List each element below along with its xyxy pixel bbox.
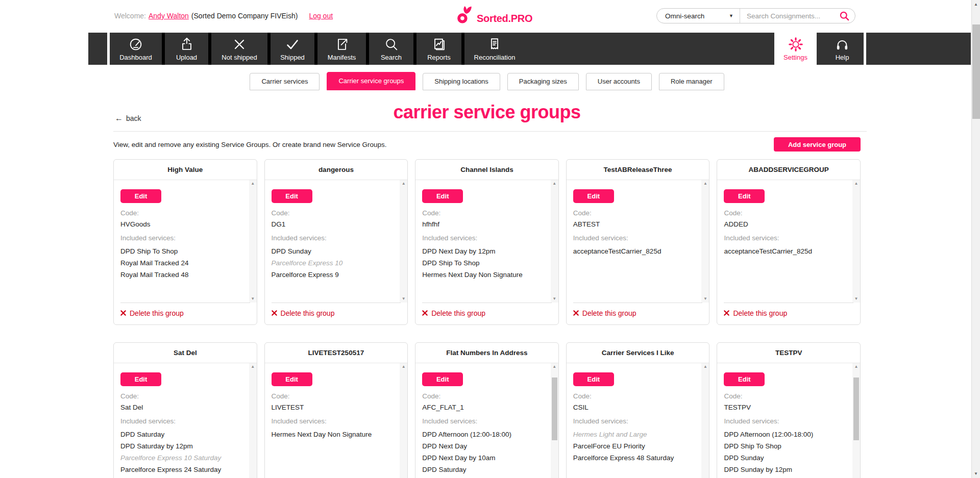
card-scrollbar[interactable]: ▲▼ — [852, 180, 860, 303]
edit-button[interactable]: Edit — [120, 189, 161, 203]
edit-button[interactable]: Edit — [272, 372, 312, 386]
edit-button[interactable]: Edit — [573, 372, 614, 386]
scrollbar-track[interactable] — [400, 370, 407, 478]
card-scrollbar[interactable]: ▲▼ — [400, 363, 407, 478]
included-services-label: Included services: — [573, 417, 699, 425]
omni-search-bar: Omni-search ▼ — [656, 8, 855, 23]
nav-item-shipped[interactable]: Shipped — [271, 33, 314, 65]
scrollbar-up-icon[interactable]: ▲ — [400, 364, 407, 369]
nav-item-search[interactable]: Search — [369, 33, 413, 65]
scrollbar-up-icon[interactable]: ▲ — [249, 181, 257, 186]
card-scrollbar[interactable]: ▲▼ — [249, 180, 257, 303]
nav-item-label: Not shipped — [222, 54, 257, 61]
scrollbar-down-icon[interactable]: ▼ — [551, 296, 558, 301]
group-card-footer: Delete this group — [717, 303, 860, 324]
edit-button[interactable]: Edit — [120, 372, 161, 386]
reports-icon — [431, 36, 447, 53]
edit-button[interactable]: Edit — [422, 372, 463, 386]
page-scrollbar[interactable]: ▲ ▼ — [971, 0, 980, 478]
tab-packaging-sizes[interactable]: Packaging sizes — [507, 73, 579, 90]
service-item: DPD Saturday by 12pm — [120, 440, 246, 452]
tab-carrier-services[interactable]: Carrier services — [250, 73, 320, 90]
scrollbar-down-icon[interactable]: ▼ — [249, 296, 257, 301]
nav-item-reports[interactable]: Reports — [416, 33, 461, 65]
group-card-body: EditCode:HVGoodsIncluded services:DPD Sh… — [114, 180, 249, 303]
search-input[interactable] — [740, 12, 840, 20]
scrollbar-up-icon[interactable]: ▲ — [551, 364, 558, 369]
scrollbar-up-icon[interactable]: ▲ — [972, 2, 980, 7]
edit-button[interactable]: Edit — [724, 189, 765, 203]
edit-button[interactable]: Edit — [573, 189, 614, 203]
group-card-main: EditCode:ADDEDIncluded services:acceptan… — [717, 180, 860, 303]
scrollbar-track[interactable] — [701, 370, 709, 478]
scrollbar-track[interactable] — [852, 370, 860, 478]
scrollbar-thumb[interactable] — [853, 378, 859, 440]
scrollbar-up-icon[interactable]: ▲ — [551, 181, 558, 186]
service-group-card: Sat DelEditCode:Sat DelIncluded services… — [113, 342, 257, 478]
scrollbar-track[interactable] — [551, 187, 558, 295]
nav-right-segment — [866, 33, 971, 65]
included-services-label: Included services: — [724, 234, 849, 242]
service-item: DPD Saturday by 12pm — [422, 475, 548, 478]
scrollbar-up-icon[interactable]: ▲ — [701, 364, 709, 369]
scrollbar-up-icon[interactable]: ▲ — [249, 364, 257, 369]
group-card-header: dangerous — [265, 160, 408, 180]
tab-carrier-service-groups[interactable]: Carrier service groups — [327, 72, 415, 90]
group-card-header: Flat Numbers In Address — [415, 343, 558, 363]
scrollbar-track[interactable] — [400, 187, 407, 295]
group-card-main: EditCode:hfhfhfIncluded services:DPD Nex… — [415, 180, 558, 303]
scrollbar-down-icon[interactable]: ▼ — [400, 296, 407, 301]
nav-item-settings[interactable]: Settings — [774, 33, 817, 65]
tab-user-accounts[interactable]: User accounts — [586, 73, 652, 90]
edit-button[interactable]: Edit — [724, 372, 765, 386]
nav-item-reconciliation[interactable]: Reconciliation — [464, 33, 525, 65]
scrollbar-down-icon[interactable]: ▼ — [701, 296, 709, 301]
delete-group-link[interactable]: Delete this group — [272, 303, 401, 324]
scrollbar-up-icon[interactable]: ▲ — [852, 364, 860, 369]
group-card-header: High Value — [114, 160, 257, 180]
tab-shipping-locations[interactable]: Shipping locations — [423, 73, 500, 90]
group-card-main: EditCode:CSILIncluded services:Hermes Li… — [567, 363, 709, 478]
card-scrollbar[interactable]: ▲▼ — [551, 363, 558, 478]
tab-role-manager[interactable]: Role manager — [659, 73, 724, 90]
code-label: Code: — [272, 209, 397, 217]
scrollbar-track[interactable] — [249, 187, 257, 295]
user-name-link[interactable]: Andy Walton — [149, 12, 189, 20]
delete-group-link[interactable]: Delete this group — [724, 303, 853, 324]
scrollbar-track[interactable] — [551, 370, 558, 478]
scrollbar-up-icon[interactable]: ▲ — [400, 181, 407, 186]
logout-link[interactable]: Log out — [309, 12, 333, 20]
edit-button[interactable]: Edit — [422, 189, 463, 203]
nav-item-help[interactable]: Help — [821, 33, 864, 65]
nav-item-not-shipped[interactable]: Not shipped — [211, 33, 267, 65]
scrollbar-thumb[interactable] — [552, 378, 557, 440]
nav-item-dashboard[interactable]: Dashboard — [110, 33, 162, 65]
page-scrollbar-thumb[interactable] — [972, 24, 980, 119]
scrollbar-track[interactable] — [701, 187, 709, 295]
add-service-group-button[interactable]: Add service group — [774, 137, 861, 152]
delete-group-link[interactable]: Delete this group — [120, 303, 250, 324]
delete-group-link[interactable]: Delete this group — [573, 303, 703, 324]
omni-search-select[interactable]: Omni-search ▼ — [657, 9, 740, 23]
scrollbar-track[interactable] — [249, 370, 257, 478]
card-scrollbar[interactable]: ▲▼ — [400, 180, 407, 303]
magnifier-icon[interactable] — [840, 11, 849, 21]
group-card-main: EditCode:ABTESTIncluded services:accepta… — [567, 180, 709, 303]
scrollbar-down-icon[interactable]: ▼ — [972, 471, 980, 476]
back-link[interactable]: ← back — [115, 114, 141, 123]
scrollbar-track[interactable] — [852, 187, 860, 295]
card-scrollbar[interactable]: ▲▼ — [852, 363, 860, 478]
scrollbar-down-icon[interactable]: ▼ — [852, 296, 860, 301]
delete-group-link[interactable]: Delete this group — [422, 303, 552, 324]
scrollbar-up-icon[interactable]: ▲ — [701, 181, 709, 186]
card-scrollbar[interactable]: ▲▼ — [551, 180, 558, 303]
card-scrollbar[interactable]: ▲▼ — [701, 363, 709, 478]
group-card-main: EditCode:HVGoodsIncluded services:DPD Sh… — [114, 180, 257, 303]
not-shipped-icon — [231, 36, 248, 53]
scrollbar-up-icon[interactable]: ▲ — [852, 181, 860, 186]
card-scrollbar[interactable]: ▲▼ — [701, 180, 709, 303]
card-scrollbar[interactable]: ▲▼ — [249, 363, 257, 478]
nav-item-upload[interactable]: Upload — [165, 33, 208, 65]
edit-button[interactable]: Edit — [272, 189, 312, 203]
nav-item-manifests[interactable]: Manifests — [317, 33, 366, 65]
